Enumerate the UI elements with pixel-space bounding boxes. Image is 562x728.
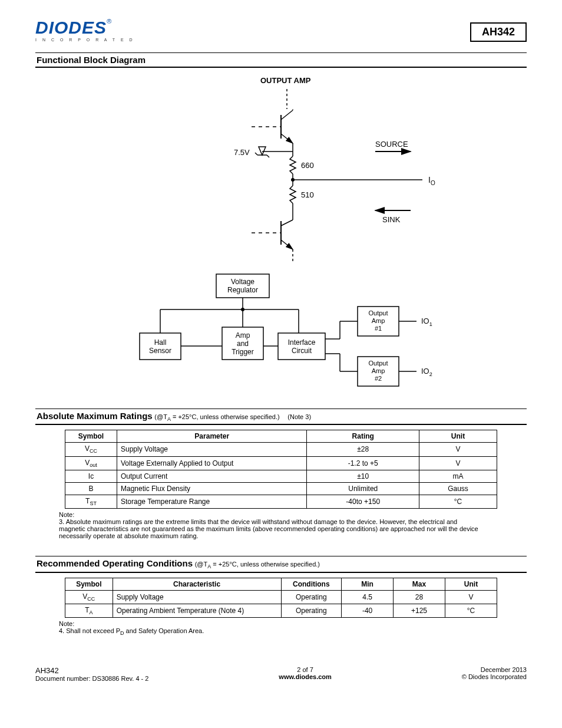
resistor-r2-icon: 510 [290,186,314,203]
npn-bottom-icon [252,220,293,249]
svg-line-9 [255,153,257,155]
section-title-abs-max: Absolute Maximum Ratings (@TA = +25°C, u… [35,409,527,425]
table-row: VCCSupply Voltage±28V [65,443,497,456]
zener-icon: 7.5V [234,143,293,157]
svg-line-10 [267,155,269,157]
company-logo: DIODES® I N C O R P O R A T E D [35,18,135,42]
footer-left: AH342 Document number: DS30886 Rev. 4 - … [35,666,148,682]
th2-max: Max [394,578,445,590]
r2-label: 510 [301,190,314,199]
output-amp-title: OUTPUT AMP [260,76,311,85]
logo-text: DIODES [35,18,107,37]
section-title-rec-op: Recommended Operating Conditions (@TA = … [35,556,527,572]
page-footer: AH342 Document number: DS30886 Rev. 4 - … [35,666,527,682]
table-row: VCCSupply VoltageOperating4.528V [65,590,497,604]
svg-text:AmpandTrigger: AmpandTrigger [232,331,254,356]
table-row: BMagnetic Flux DensityUnlimitedGauss [65,482,497,495]
part-number-box: AH342 [470,22,527,42]
th-symbol: Symbol [65,430,117,443]
block-diagram-svg: VoltageRegulator HallSensor AmpandTrigge… [98,268,464,398]
sink-label: SINK [382,215,401,224]
r1-label: 660 [301,161,314,170]
rec-op-table: Symbol Characteristic Conditions Min Max… [65,578,497,618]
svg-line-2 [281,110,293,120]
logo-subtext: I N C O R P O R A T E D [35,38,135,42]
io2-label: IO2 [421,367,432,377]
th2-cond: Conditions [281,578,342,590]
npn-top-icon [252,109,293,143]
table-row: TAOperating Ambient Temperature (Note 4)… [65,604,497,617]
zener-label: 7.5V [234,148,250,157]
svg-text:VoltageRegulator: VoltageRegulator [227,278,258,294]
svg-line-17 [281,240,293,249]
output-amp-svg: OUTPUT AMP 7.5V 660 IO SOURCE SINK 510 [116,74,446,268]
th2-char: Characteristic [113,578,281,590]
svg-text:HallSensor: HallSensor [149,338,171,355]
th2-symbol: Symbol [65,578,113,590]
section-title-block-diagram: Functional Block Diagram [35,52,527,68]
svg-text:OutputAmp#2: OutputAmp#2 [368,360,388,382]
svg-text:InterfaceCircuit: InterfaceCircuit [288,338,316,355]
table-row: TSTStorage Temperature Range-40to +150°C [65,495,497,508]
note-4: Note: 4. Shall not exceed PD and Safety … [59,620,503,636]
source-label: SOURCE [375,140,408,149]
output-amp-diagram: OUTPUT AMP 7.5V 660 IO SOURCE SINK 510 [35,74,527,398]
table-row: VoutVoltage Externally Applied to Output… [65,456,497,470]
io1-label: IO1 [421,317,432,327]
th-parameter: Parameter [117,430,306,443]
footer-right: December 2013 © Diodes Incorporated [462,666,527,682]
svg-line-3 [281,134,293,143]
th-unit: Unit [419,430,497,443]
io-label: IO [428,175,435,186]
table-row: IcOutput Current±10mA [65,470,497,482]
svg-text:OutputAmp#1: OutputAmp#1 [368,309,388,332]
th2-min: Min [342,578,394,590]
th2-unit: Unit [445,578,497,590]
footer-center: 2 of 7 www.diodes.com [279,666,331,682]
resistor-r1-icon: 660 [290,151,314,174]
page-header: DIODES® I N C O R P O R A T E D AH342 [35,18,527,42]
th-rating: Rating [307,430,419,443]
note-3: Note: 3. Absolute maximum ratings are th… [59,511,503,539]
svg-line-16 [281,220,293,226]
abs-max-table: Symbol Parameter Rating Unit VCCSupply V… [65,430,497,509]
